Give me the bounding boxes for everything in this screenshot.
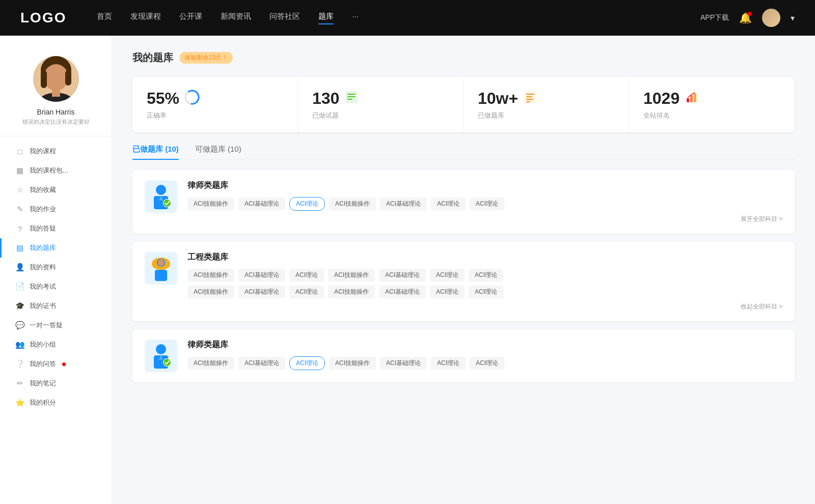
sidebar-item-points[interactable]: ⭐ 我的积分 — [0, 393, 112, 412]
sidebar-item-my-course[interactable]: □ 我的课程 — [0, 142, 112, 161]
sidebar-item-homework[interactable]: ✎ 我的作业 — [0, 200, 112, 219]
nav-news[interactable]: 新闻资讯 — [221, 12, 251, 24]
homework-icon: ✎ — [15, 205, 24, 214]
svg-point-2 — [44, 64, 68, 91]
tag[interactable]: ACI技能操作 — [328, 269, 375, 282]
sidebar-item-group[interactable]: 👥 我的小组 — [0, 335, 112, 354]
course-package-icon: ▦ — [15, 166, 24, 175]
svg-rect-6 — [52, 88, 60, 97]
tag[interactable]: ACI技能操作 — [187, 357, 234, 370]
sidebar-item-notes[interactable]: ✏ 我的笔记 — [0, 374, 112, 393]
tag[interactable]: ACI理论 — [469, 286, 503, 298]
tab-done-banks[interactable]: 已做题库 (10) — [132, 145, 179, 159]
qbank-info: 律师类题库 ACI技能操作 ACI基础理论 ACI理论 ACI技能操作 ACI基… — [187, 340, 782, 370]
tag[interactable]: ACI技能操作 — [328, 286, 375, 298]
tag[interactable]: ACI理论 — [469, 269, 503, 282]
svg-point-9 — [188, 94, 196, 101]
nav-question-bank[interactable]: 题库 — [318, 12, 334, 24]
tag[interactable]: ACI理论 — [430, 269, 465, 282]
sidebar-item-label: 我的证书 — [30, 301, 56, 311]
page-title: 我的题库 — [132, 51, 173, 65]
tag[interactable]: ACI基础理论 — [238, 269, 285, 282]
page-wrapper: Brian Harris 错误的决定比没有决定要好 □ 我的课程 ▦ 我的课程包… — [0, 36, 815, 504]
tag[interactable]: ACI基础理论 — [238, 286, 285, 298]
tag[interactable]: ACI基础理论 — [379, 269, 426, 282]
my-qa-icon: ❔ — [15, 359, 24, 369]
lawyer-icon-wrap — [145, 180, 177, 213]
svg-rect-12 — [347, 96, 356, 97]
nav-qa[interactable]: 问答社区 — [269, 12, 300, 24]
sidebar-item-profile[interactable]: 👤 我的资料 — [0, 258, 112, 277]
tag[interactable]: ACI理论 — [431, 198, 466, 210]
tag[interactable]: ACI技能操作 — [187, 269, 234, 282]
sidebar-item-course-package[interactable]: ▦ 我的课程包... — [0, 161, 112, 180]
tag[interactable]: ACI理论 — [289, 269, 324, 282]
tag[interactable]: ACI技能操作 — [187, 286, 234, 298]
avatar[interactable] — [762, 9, 780, 27]
tag[interactable]: ACI技能操作 — [187, 198, 234, 210]
tag-active[interactable]: ACI理论 — [289, 197, 325, 211]
sidebar-item-label: 我的笔记 — [30, 379, 56, 388]
stat-ranking: 1029 全站排名 — [629, 77, 795, 132]
stat-label-done-banks: 已做题库 — [478, 111, 614, 120]
tag[interactable]: ACI基础理论 — [238, 357, 285, 370]
svg-rect-3 — [41, 70, 47, 88]
sidebar-item-label: 我的问答 — [30, 359, 56, 369]
svg-point-32 — [156, 344, 166, 354]
tag[interactable]: ACI基础理论 — [380, 357, 427, 370]
stat-value-done-banks: 10w+ — [478, 89, 614, 108]
navbar: LOGO 首页 发现课程 公开课 新闻资讯 问答社区 题库 ··· APP下载 … — [0, 0, 815, 36]
sidebar-item-qa[interactable]: ? 我的答疑 — [0, 219, 112, 238]
nav-discover[interactable]: 发现课程 — [130, 12, 161, 24]
tag[interactable]: ACI理论 — [289, 286, 324, 298]
tag[interactable]: ACI理论 — [431, 357, 466, 370]
sidebar-profile: Brian Harris 错误的决定比没有决定要好 — [0, 46, 112, 136]
bell-dot — [748, 12, 752, 16]
sidebar-item-one-on-one[interactable]: 💬 一对一答疑 — [0, 316, 112, 335]
qbank-card-lawyer-1: 律师类题库 ACI技能操作 ACI基础理论 ACI理论 ACI技能操作 ACI基… — [132, 170, 795, 234]
svg-rect-20 — [690, 95, 693, 102]
sidebar-item-collection[interactable]: ☆ 我的收藏 — [0, 180, 112, 200]
qa-notification-dot — [62, 362, 66, 366]
svg-point-31 — [158, 259, 164, 266]
qa-icon: ? — [15, 225, 24, 233]
nav-home[interactable]: 首页 — [97, 12, 112, 24]
stat-value-done-questions: 130 — [312, 89, 449, 108]
sidebar-item-question-bank[interactable]: ▤ 我的题库 — [0, 238, 112, 258]
sidebar-nav: □ 我的课程 ▦ 我的课程包... ☆ 我的收藏 ✎ 我的作业 ? 我的答疑 ▤… — [0, 136, 112, 417]
sidebar-item-label: 我的考试 — [30, 282, 56, 291]
tag[interactable]: ACI理论 — [470, 198, 504, 210]
stat-done-questions: 130 已做试题 — [298, 77, 464, 132]
collapse-link[interactable]: 收起全部科目 > — [187, 302, 782, 311]
sidebar-item-certificate[interactable]: 🎓 我的证书 — [0, 296, 112, 316]
qbank-title: 工程类题库 — [187, 252, 782, 263]
tag[interactable]: ACI技能操作 — [329, 357, 376, 370]
nav-more[interactable]: ··· — [352, 12, 359, 24]
app-download[interactable]: APP下载 — [700, 13, 729, 22]
engineer-icon-wrap — [145, 252, 177, 285]
qbank-tags-row1: ACI技能操作 ACI基础理论 ACI理论 ACI技能操作 ACI基础理论 AC… — [187, 269, 782, 282]
tag-active[interactable]: ACI理论 — [289, 356, 325, 370]
bell-icon[interactable]: 🔔 — [739, 12, 752, 24]
sidebar-item-exam[interactable]: 📄 我的考试 — [0, 277, 112, 296]
tab-available-banks[interactable]: 可做题库 (10) — [195, 145, 241, 159]
qbank-info: 律师类题库 ACI技能操作 ACI基础理论 ACI理论 ACI技能操作 ACI基… — [187, 180, 782, 223]
page-title-row: 我的题库 体验剩余23天！ — [132, 51, 795, 65]
lawyer-icon-2 — [150, 343, 172, 369]
nav-open-course[interactable]: 公开课 — [179, 12, 202, 24]
tag[interactable]: ACI基础理论 — [379, 286, 426, 298]
tabs-row: 已做题库 (10) 可做题库 (10) — [132, 145, 795, 160]
tag[interactable]: ACI技能操作 — [329, 198, 376, 210]
tag[interactable]: ACI基础理论 — [238, 198, 285, 210]
tag[interactable]: ACI理论 — [470, 357, 504, 370]
avatar-svg — [33, 56, 79, 102]
sidebar-item-my-qa[interactable]: ❔ 我的问答 — [0, 354, 112, 374]
expand-link[interactable]: 展开全部科目 > — [187, 215, 782, 223]
tag[interactable]: ACI基础理论 — [380, 198, 427, 210]
exam-icon: 📄 — [15, 282, 24, 291]
avatar-dropdown-icon[interactable]: ▾ — [791, 13, 795, 23]
qbank-info: 工程类题库 ACI技能操作 ACI基础理论 ACI理论 ACI技能操作 ACI基… — [187, 252, 782, 311]
tag[interactable]: ACI理论 — [430, 286, 465, 298]
lawyer-icon — [150, 184, 172, 209]
profile-icon: 👤 — [15, 263, 24, 272]
